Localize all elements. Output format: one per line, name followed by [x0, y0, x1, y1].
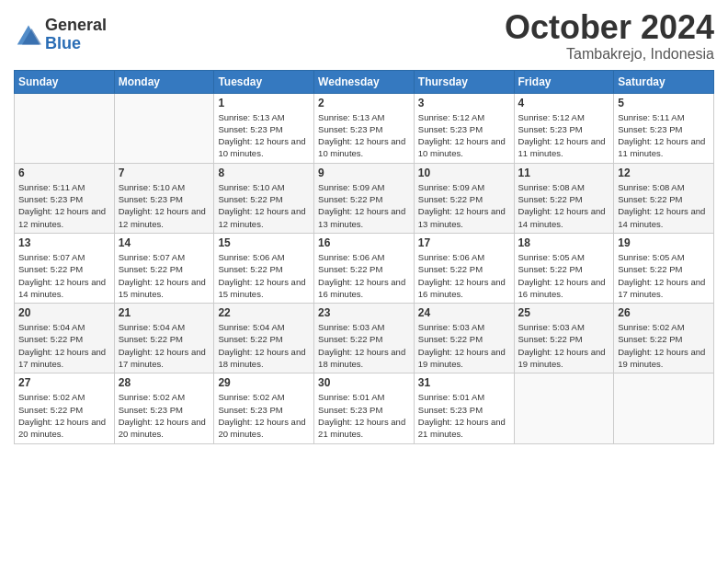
day-info: Sunrise: 5:05 AMSunset: 5:22 PMDaylight:…: [518, 251, 610, 300]
col-monday: Monday: [114, 70, 214, 93]
day-number: 24: [418, 306, 510, 319]
day-number: 12: [618, 167, 710, 179]
calendar-week-3: 20Sunrise: 5:04 AMSunset: 5:22 PMDayligh…: [15, 304, 714, 373]
title-block: October 2024 Tambakrejo, Indonesia: [505, 9, 714, 63]
day-info: Sunrise: 5:03 AMSunset: 5:22 PMDaylight:…: [318, 321, 410, 370]
col-saturday: Saturday: [614, 70, 714, 93]
calendar-week-2: 13Sunrise: 5:07 AMSunset: 5:22 PMDayligh…: [15, 233, 714, 303]
logo-blue: Blue: [45, 35, 107, 53]
calendar-week-4: 27Sunrise: 5:02 AMSunset: 5:22 PMDayligh…: [15, 373, 714, 443]
col-wednesday: Wednesday: [314, 70, 415, 93]
calendar-cell: 22Sunrise: 5:04 AMSunset: 5:22 PMDayligh…: [214, 304, 314, 373]
logo: General Blue: [14, 17, 107, 53]
day-info: Sunrise: 5:05 AMSunset: 5:22 PMDaylight:…: [618, 251, 710, 300]
day-info: Sunrise: 5:01 AMSunset: 5:23 PMDaylight:…: [318, 391, 410, 440]
day-number: 22: [218, 306, 310, 319]
calendar-cell: [514, 373, 614, 443]
calendar-cell: 24Sunrise: 5:03 AMSunset: 5:22 PMDayligh…: [414, 304, 514, 373]
day-info: Sunrise: 5:04 AMSunset: 5:22 PMDaylight:…: [218, 321, 310, 370]
calendar-week-0: 1Sunrise: 5:13 AMSunset: 5:23 PMDaylight…: [15, 93, 714, 163]
day-info: Sunrise: 5:02 AMSunset: 5:22 PMDaylight:…: [618, 321, 710, 370]
day-info: Sunrise: 5:08 AMSunset: 5:22 PMDaylight:…: [518, 181, 610, 230]
calendar-cell: 14Sunrise: 5:07 AMSunset: 5:22 PMDayligh…: [114, 233, 214, 303]
calendar-cell: 10Sunrise: 5:09 AMSunset: 5:22 PMDayligh…: [414, 163, 514, 233]
calendar-header: Sunday Monday Tuesday Wednesday Thursday…: [15, 70, 714, 93]
day-number: 8: [218, 167, 310, 179]
day-info: Sunrise: 5:09 AMSunset: 5:22 PMDaylight:…: [318, 181, 410, 230]
day-number: 23: [318, 306, 410, 319]
day-info: Sunrise: 5:07 AMSunset: 5:22 PMDaylight:…: [18, 251, 110, 300]
calendar-cell: [114, 93, 214, 163]
day-number: 4: [518, 97, 610, 109]
header-row: Sunday Monday Tuesday Wednesday Thursday…: [15, 70, 714, 93]
calendar-cell: 26Sunrise: 5:02 AMSunset: 5:22 PMDayligh…: [614, 304, 714, 373]
day-number: 7: [119, 167, 210, 179]
day-info: Sunrise: 5:09 AMSunset: 5:22 PMDaylight:…: [418, 181, 510, 230]
day-number: 13: [18, 236, 110, 249]
day-number: 6: [18, 167, 110, 179]
day-info: Sunrise: 5:12 AMSunset: 5:23 PMDaylight:…: [418, 111, 510, 160]
day-number: 14: [119, 236, 210, 249]
calendar-cell: 5Sunrise: 5:11 AMSunset: 5:23 PMDaylight…: [614, 93, 714, 163]
calendar-cell: 23Sunrise: 5:03 AMSunset: 5:22 PMDayligh…: [314, 304, 415, 373]
calendar-cell: 3Sunrise: 5:12 AMSunset: 5:23 PMDaylight…: [414, 93, 514, 163]
calendar-cell: 29Sunrise: 5:02 AMSunset: 5:23 PMDayligh…: [214, 373, 314, 443]
day-number: 16: [318, 236, 410, 249]
day-info: Sunrise: 5:04 AMSunset: 5:22 PMDaylight:…: [18, 321, 110, 370]
calendar-cell: [15, 93, 115, 163]
day-number: 1: [218, 97, 310, 109]
day-info: Sunrise: 5:02 AMSunset: 5:23 PMDaylight:…: [218, 391, 310, 440]
calendar-cell: 8Sunrise: 5:10 AMSunset: 5:22 PMDaylight…: [214, 163, 314, 233]
logo-general: General: [45, 17, 107, 35]
calendar-cell: 20Sunrise: 5:04 AMSunset: 5:22 PMDayligh…: [15, 304, 115, 373]
calendar-cell: 28Sunrise: 5:02 AMSunset: 5:23 PMDayligh…: [114, 373, 214, 443]
day-number: 19: [618, 236, 710, 249]
calendar-cell: 21Sunrise: 5:04 AMSunset: 5:22 PMDayligh…: [114, 304, 214, 373]
calendar-table: Sunday Monday Tuesday Wednesday Thursday…: [14, 70, 714, 444]
day-info: Sunrise: 5:04 AMSunset: 5:22 PMDaylight:…: [119, 321, 210, 370]
day-number: 5: [618, 97, 710, 109]
day-number: 27: [18, 376, 110, 389]
logo-icon: [14, 22, 43, 48]
col-sunday: Sunday: [15, 70, 115, 93]
day-info: Sunrise: 5:06 AMSunset: 5:22 PMDaylight:…: [318, 251, 410, 300]
month-title: October 2024: [505, 9, 714, 46]
calendar-cell: 31Sunrise: 5:01 AMSunset: 5:23 PMDayligh…: [414, 373, 514, 443]
day-info: Sunrise: 5:02 AMSunset: 5:22 PMDaylight:…: [18, 391, 110, 440]
day-info: Sunrise: 5:07 AMSunset: 5:22 PMDaylight:…: [119, 251, 210, 300]
day-info: Sunrise: 5:11 AMSunset: 5:23 PMDaylight:…: [18, 181, 110, 230]
calendar-cell: 11Sunrise: 5:08 AMSunset: 5:22 PMDayligh…: [514, 163, 614, 233]
calendar-cell: [614, 373, 714, 443]
calendar-cell: 19Sunrise: 5:05 AMSunset: 5:22 PMDayligh…: [614, 233, 714, 303]
day-number: 17: [418, 236, 510, 249]
day-info: Sunrise: 5:10 AMSunset: 5:23 PMDaylight:…: [119, 181, 210, 230]
day-number: 3: [418, 97, 510, 109]
calendar-cell: 13Sunrise: 5:07 AMSunset: 5:22 PMDayligh…: [15, 233, 115, 303]
header: General Blue October 2024 Tambakrejo, In…: [14, 9, 714, 63]
calendar-cell: 4Sunrise: 5:12 AMSunset: 5:23 PMDaylight…: [514, 93, 614, 163]
calendar-cell: 12Sunrise: 5:08 AMSunset: 5:22 PMDayligh…: [614, 163, 714, 233]
day-number: 9: [318, 167, 410, 179]
day-number: 30: [318, 376, 410, 389]
logo-text: General Blue: [45, 17, 107, 53]
calendar-cell: 2Sunrise: 5:13 AMSunset: 5:23 PMDaylight…: [314, 93, 415, 163]
calendar-body: 1Sunrise: 5:13 AMSunset: 5:23 PMDaylight…: [15, 93, 714, 443]
day-number: 11: [518, 167, 610, 179]
calendar-cell: 15Sunrise: 5:06 AMSunset: 5:22 PMDayligh…: [214, 233, 314, 303]
calendar-page: General Blue October 2024 Tambakrejo, In…: [0, 0, 728, 563]
calendar-cell: 17Sunrise: 5:06 AMSunset: 5:22 PMDayligh…: [414, 233, 514, 303]
day-number: 31: [418, 376, 510, 389]
day-info: Sunrise: 5:01 AMSunset: 5:23 PMDaylight:…: [418, 391, 510, 440]
day-number: 18: [518, 236, 610, 249]
day-info: Sunrise: 5:03 AMSunset: 5:22 PMDaylight:…: [418, 321, 510, 370]
day-info: Sunrise: 5:06 AMSunset: 5:22 PMDaylight:…: [418, 251, 510, 300]
day-info: Sunrise: 5:13 AMSunset: 5:23 PMDaylight:…: [218, 111, 310, 160]
calendar-cell: 30Sunrise: 5:01 AMSunset: 5:23 PMDayligh…: [314, 373, 415, 443]
calendar-cell: 9Sunrise: 5:09 AMSunset: 5:22 PMDaylight…: [314, 163, 415, 233]
day-info: Sunrise: 5:02 AMSunset: 5:23 PMDaylight:…: [119, 391, 210, 440]
col-thursday: Thursday: [414, 70, 514, 93]
calendar-cell: 27Sunrise: 5:02 AMSunset: 5:22 PMDayligh…: [15, 373, 115, 443]
col-tuesday: Tuesday: [214, 70, 314, 93]
day-number: 21: [119, 306, 210, 319]
day-number: 25: [518, 306, 610, 319]
